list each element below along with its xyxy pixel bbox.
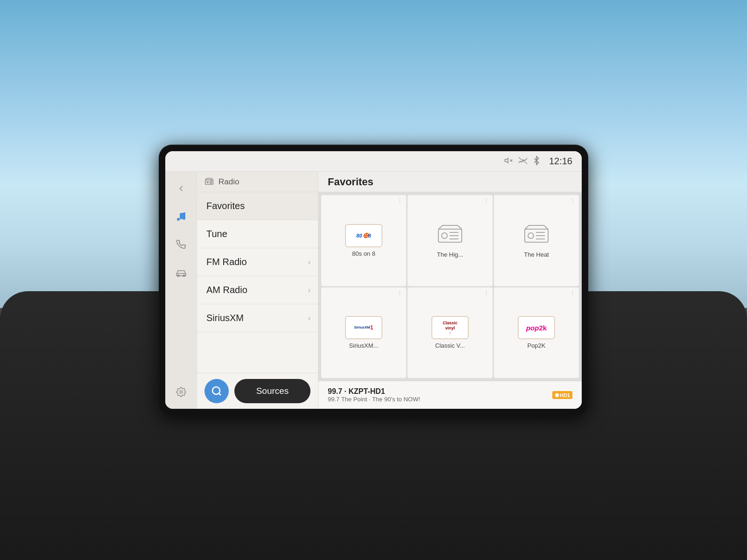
card-menu-dots-3: ⋮ bbox=[570, 198, 575, 204]
car-icon[interactable] bbox=[172, 263, 190, 282]
favorite-card-pop2k[interactable]: ⋮ pop2k Pop2K bbox=[494, 287, 579, 378]
svg-marker-0 bbox=[505, 158, 508, 163]
siriusxm1-logo: SiriusXM 1 bbox=[345, 316, 382, 339]
card-label-pop2k: Pop2K bbox=[527, 342, 545, 349]
menu-items-list: Favorites Tune FM Radio › AM Radio › Sir bbox=[197, 192, 318, 373]
favorites-grid: ⋮ 80⊕8 80s on 8 ⋮ bbox=[318, 192, 582, 381]
card-menu-dots-5: ⋮ bbox=[484, 290, 489, 296]
classic-vinyl-logo: Classic vinyl ♪ bbox=[431, 316, 469, 339]
svg-line-16 bbox=[219, 393, 221, 395]
screen-content: 12:16 bbox=[165, 151, 582, 409]
sidebar bbox=[165, 172, 197, 409]
card-menu-dots-4: ⋮ bbox=[397, 290, 402, 296]
now-playing-bar: 99.7 · KZPT-HD1 99.7 The Point · The 90'… bbox=[318, 381, 582, 409]
content-header: Favorites bbox=[318, 172, 582, 192]
card-menu-dots-6: ⋮ bbox=[570, 290, 575, 296]
svg-line-3 bbox=[519, 157, 527, 163]
siriusxm-arrow-icon: › bbox=[308, 314, 310, 322]
favorite-card-80s-on-8[interactable]: ⋮ 80⊕8 80s on 8 bbox=[321, 195, 406, 286]
fm-arrow-icon: › bbox=[308, 258, 310, 266]
menu-item-label-fm: FM Radio bbox=[206, 257, 247, 267]
menu-item-siriusxm[interactable]: SiriusXM › bbox=[197, 304, 318, 332]
content-panel: Favorites ⋮ 80⊕8 80s on 8 ⋮ bbox=[318, 172, 582, 409]
main-content: Radio Favorites Tune FM Radio › AM Radio bbox=[165, 172, 582, 409]
now-playing-info: 99.7 · KZPT-HD1 99.7 The Point · The 90'… bbox=[328, 387, 547, 403]
card-label-the-heat: The Heat bbox=[524, 251, 549, 258]
svg-point-9 bbox=[180, 391, 183, 393]
status-time: 12:16 bbox=[549, 156, 572, 167]
menu-item-fm[interactable]: FM Radio › bbox=[197, 248, 318, 276]
menu-panel: Radio Favorites Tune FM Radio › AM Radio bbox=[197, 172, 318, 409]
now-playing-station: 99.7 · KZPT-HD1 bbox=[328, 387, 547, 396]
hd-icon: ◉ bbox=[555, 392, 559, 398]
svg-point-4 bbox=[177, 218, 180, 221]
mute-icon bbox=[504, 156, 513, 167]
menu-item-label-am: AM Radio bbox=[206, 285, 247, 295]
highway-logo bbox=[436, 223, 464, 248]
favorite-card-the-highway[interactable]: ⋮ The Hig... bbox=[408, 195, 493, 286]
svg-point-18 bbox=[442, 233, 447, 238]
search-button[interactable] bbox=[204, 379, 229, 403]
hd-badge: ◉ HD1 bbox=[552, 391, 572, 399]
hd-label: HD1 bbox=[560, 392, 570, 398]
status-bar: 12:16 bbox=[165, 151, 582, 172]
pop2k-logo: pop2k bbox=[518, 316, 555, 339]
favorite-card-the-heat[interactable]: ⋮ The Heat bbox=[494, 195, 579, 286]
menu-item-label-favorites: Favorites bbox=[206, 201, 245, 211]
nav-back-icon[interactable] bbox=[172, 179, 190, 198]
80s-on-8-logo: 80⊕8 bbox=[345, 224, 382, 247]
menu-item-favorites[interactable]: Favorites bbox=[197, 192, 318, 220]
svg-point-23 bbox=[528, 233, 534, 238]
card-menu-dots-1: ⋮ bbox=[397, 198, 402, 204]
card-label-the-highway: The Hig... bbox=[437, 251, 463, 258]
card-menu-dots-2: ⋮ bbox=[484, 198, 489, 204]
menu-item-label-siriusxm: SiriusXM bbox=[206, 313, 244, 323]
sources-button-label: Sources bbox=[256, 386, 289, 396]
phone-icon[interactable] bbox=[172, 235, 190, 254]
svg-point-15 bbox=[212, 387, 220, 394]
no-signal-icon bbox=[518, 157, 528, 166]
menu-title: Radio bbox=[218, 177, 239, 187]
heat-logo bbox=[522, 223, 550, 248]
radio-header-icon bbox=[204, 177, 214, 187]
svg-point-5 bbox=[183, 217, 185, 220]
card-label-classic-vinyl: Classic V... bbox=[435, 342, 465, 349]
car-screen: 12:16 bbox=[159, 145, 588, 415]
bluetooth-icon bbox=[533, 156, 540, 167]
settings-icon[interactable] bbox=[172, 383, 190, 401]
now-playing-description: 99.7 The Point · The 90's to NOW! bbox=[328, 396, 547, 403]
music-icon[interactable] bbox=[172, 207, 190, 226]
favorite-card-classic-vinyl[interactable]: ⋮ Classic vinyl ♪ Classic V... bbox=[408, 287, 493, 378]
favorite-card-siriusxm1[interactable]: ⋮ SiriusXM 1 SiriusXM... bbox=[321, 287, 406, 378]
content-panel-title: Favorites bbox=[328, 176, 374, 188]
card-label-80s-on-8: 80s on 8 bbox=[352, 250, 375, 257]
menu-bottom-actions: Sources bbox=[197, 373, 318, 409]
menu-item-am[interactable]: AM Radio › bbox=[197, 276, 318, 304]
card-label-siriusxm1: SiriusXM... bbox=[349, 342, 379, 349]
menu-item-label-tune: Tune bbox=[206, 229, 227, 239]
svg-point-11 bbox=[207, 181, 208, 182]
menu-item-tune[interactable]: Tune bbox=[197, 220, 318, 248]
menu-header: Radio bbox=[197, 172, 318, 192]
sources-button[interactable]: Sources bbox=[234, 379, 310, 403]
am-arrow-icon: › bbox=[308, 286, 310, 294]
status-icons: 12:16 bbox=[504, 156, 572, 167]
